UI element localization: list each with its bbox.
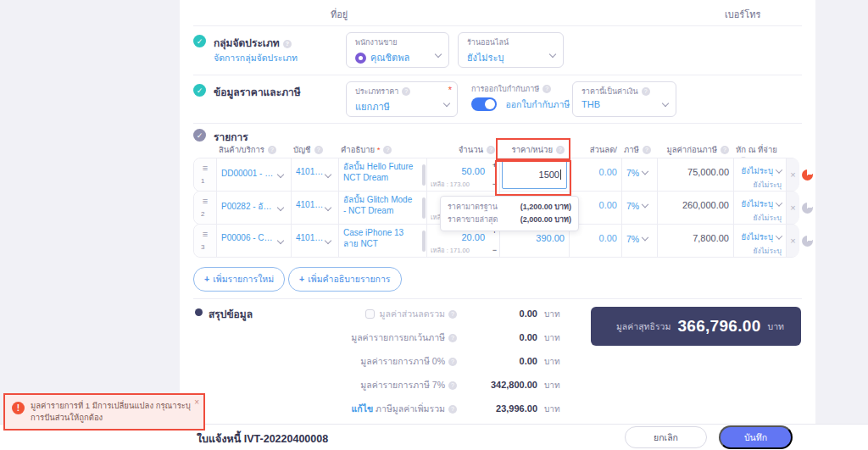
error-toast: ! มูลค่ารายการที่ 1 มีการเปลี่ยนแปลง กรุ… [3, 393, 205, 431]
allocation-pie-icon[interactable] [802, 169, 813, 181]
allocation-pie-icon[interactable] [802, 236, 813, 247]
price-suggestion-tooltip: ราคามาตรฐาน(1,200.00 บาท) ราคาขายล่าสุด(… [440, 196, 579, 231]
save-button[interactable]: บันทึก [719, 425, 793, 449]
standard-price-value[interactable]: (1,200.00 บาท) [520, 201, 571, 214]
unit-price-input[interactable]: 1500 [502, 160, 567, 189]
account-select[interactable]: 410101 [291, 158, 338, 191]
row-drag-handle[interactable]: ≡2 [194, 192, 216, 224]
account-select[interactable]: 410101 [291, 225, 338, 257]
tax-select[interactable]: 7% [621, 192, 657, 224]
help-icon[interactable]: ? [448, 405, 457, 414]
currency-value: THB [581, 99, 600, 109]
scrollbar[interactable] [422, 164, 426, 186]
tax-invoice-toggle-label: ออกใบกำกับภาษี [505, 99, 570, 109]
cancel-button[interactable]: ยกเลิก [625, 426, 707, 448]
add-description-button[interactable]: +เพิ่มคำอธิบายรายการ [288, 267, 402, 292]
description-field[interactable]: Case iPhone 13 ลาย NCT [338, 225, 426, 257]
latest-price-value[interactable]: (2,000.00 บาท) [520, 214, 571, 226]
qty-decrease-button[interactable]: − [492, 181, 497, 187]
product-select[interactable]: DD00001 - อัล... [216, 158, 291, 191]
product-select[interactable]: P00282 - อัลบั้... [216, 192, 291, 224]
salesperson-value: คุณชิตพล [370, 50, 409, 65]
help-icon[interactable]: ? [448, 334, 457, 342]
help-icon[interactable]: ? [402, 87, 410, 96]
avatar [355, 53, 366, 64]
chevron-down-icon [642, 201, 648, 208]
tax-select[interactable]: 7% [621, 225, 657, 257]
discount-field[interactable]: 0.00 [569, 158, 621, 191]
help-icon[interactable]: ? [448, 381, 457, 390]
help-icon[interactable]: ? [721, 146, 729, 154]
chevron-down-icon [662, 100, 669, 107]
delete-row-button[interactable]: × [786, 225, 799, 257]
grand-total-unit: บาท [768, 319, 784, 334]
toast-message: มูลค่ารายการที่ 1 มีการเปลี่ยนแปลง กรุณา… [31, 400, 192, 424]
help-icon[interactable]: ? [642, 87, 650, 96]
online-store-select[interactable]: ร้านออนไลน์ ยังไม่ระบุ [458, 32, 564, 68]
tax-select[interactable]: 7% [621, 158, 657, 191]
help-icon[interactable]: ? [487, 146, 495, 154]
help-icon[interactable]: ? [448, 358, 457, 366]
chevron-down-icon [435, 51, 442, 58]
delete-row-button[interactable]: × [786, 192, 799, 224]
help-icon[interactable]: ? [542, 85, 551, 93]
check-icon: ✓ [197, 37, 203, 46]
help-icon[interactable]: ? [314, 146, 323, 154]
summary-row-tax-7: มูลค่ารายการภาษี 7%? 342,800.00 บาท [288, 378, 568, 392]
chevron-down-icon [776, 166, 782, 173]
qty-increase-button[interactable]: + [492, 162, 497, 169]
price-type-select[interactable]: ประเภทราคา? แยกภาษี * [346, 81, 458, 117]
price-tax-title: ข้อมูลราคาและภาษี [214, 84, 301, 100]
summary-row-tax-exempt: มูลค่ารายการยกเว้นภาษี? 0.00 บาท [288, 331, 568, 344]
add-item-button[interactable]: +เพิ่มรายการใหม่ [193, 267, 285, 292]
withholding-select[interactable]: ยังไม่ระบุยังไม่ระบุ [733, 158, 786, 191]
latest-price-label: ราคาขายล่าสุด [448, 214, 498, 226]
currency-select[interactable]: ราคานี้เป็นค่าเงิน? THB [572, 81, 676, 117]
tax-invoice-toggle-row: ออกใบกำกับภาษี [471, 96, 570, 112]
row-drag-handle[interactable]: ≡1 [194, 158, 216, 191]
help-icon[interactable]: ? [556, 146, 565, 154]
delete-row-button[interactable]: × [786, 158, 799, 191]
salesperson-label: พนักงานขาย [355, 36, 431, 48]
price-type-value: แยกภาษี [355, 99, 390, 114]
edit-vat-link[interactable]: แก้ไข [352, 403, 374, 414]
description-field[interactable]: อัลบั้ม Glitch Mode - NCT Dream [338, 192, 426, 224]
check-icon: ✓ [197, 86, 203, 95]
help-icon[interactable]: ? [268, 146, 276, 154]
quantity-field[interactable]: 50.00เหลือ : 173.00+− [426, 158, 499, 191]
manage-classification-link[interactable]: จัดการกลุ่มจัดประเภท [214, 51, 298, 65]
chevron-down-icon [776, 199, 782, 206]
product-select[interactable]: P00006 - Case... [216, 225, 291, 257]
drag-handle-icon: ≡ [198, 230, 212, 238]
qty-decrease-button[interactable]: − [492, 247, 497, 253]
help-icon[interactable]: ? [283, 40, 292, 48]
summary-row-discount: มูลค่าส่วนลดรวม? 0.00 บาท [288, 307, 568, 320]
drag-handle-icon: ≡ [198, 197, 212, 205]
chevron-down-icon [642, 234, 648, 241]
unit-price-cell: 1500 [499, 158, 569, 191]
scrollbar[interactable] [422, 231, 426, 252]
check-icon: ✓ [197, 131, 203, 140]
required-mark: * [448, 85, 452, 95]
salesperson-select[interactable]: พนักงานขาย คุณชิตพล [346, 32, 449, 68]
discount-checkbox[interactable] [365, 309, 375, 319]
alert-icon: ! [12, 402, 25, 414]
withholding-select[interactable]: ยังไม่ระบุยังไม่ระบุ [733, 192, 786, 224]
help-icon[interactable]: ? [383, 146, 392, 154]
section-check-icon: ✓ [193, 129, 206, 142]
row-drag-handle[interactable]: ≡3 [194, 225, 216, 257]
summary-row-tax-0: มูลค่ารายการภาษี 0%? 0.00 บาท [288, 354, 568, 368]
divider [193, 25, 802, 26]
help-icon[interactable]: ? [448, 310, 457, 319]
allocation-pie-icon[interactable] [802, 203, 813, 214]
table-row: ≡1 DD00001 - อัล... 410101 อัลบั้ม Hello… [193, 158, 798, 192]
help-icon[interactable]: ? [643, 146, 651, 154]
invoice-form-page: ที่อยู่ เบอร์โทร ✓ กลุ่มจัดประเภท? จัดกา… [0, 0, 868, 450]
scrollbar[interactable] [422, 197, 426, 219]
withholding-select[interactable]: ยังไม่ระบุยังไม่ระบุ [733, 225, 786, 257]
tax-invoice-toggle[interactable] [471, 97, 497, 111]
description-field[interactable]: อัลบั้ม Hello Future NCT Dream [338, 158, 426, 191]
account-select[interactable]: 410101 [291, 192, 338, 224]
toast-close-icon[interactable]: × [194, 397, 199, 407]
pretax-value: 7,800.00 [657, 225, 733, 257]
